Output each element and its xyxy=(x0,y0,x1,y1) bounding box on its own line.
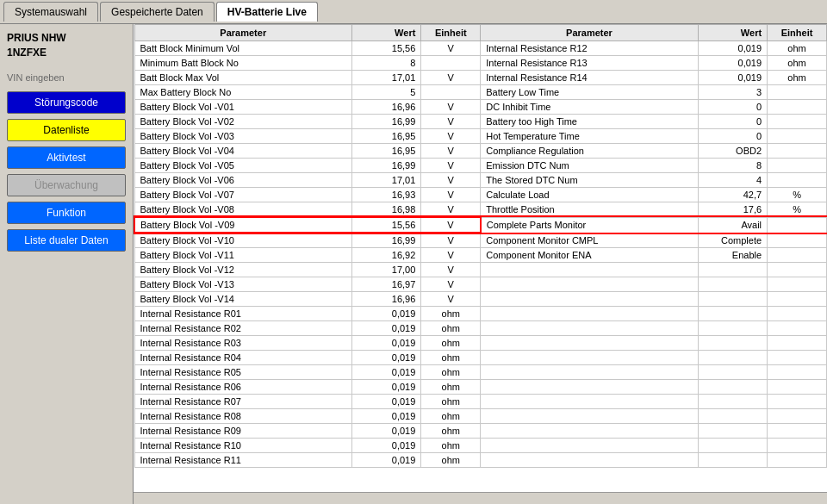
left-unit-cell: V xyxy=(421,233,481,248)
left-unit-cell: V xyxy=(421,188,481,202)
right-param-cell: Throttle Position xyxy=(481,202,699,218)
right-unit-cell xyxy=(768,409,827,424)
right-val-cell xyxy=(698,424,767,439)
left-param-cell: Battery Block Vol -V04 xyxy=(134,144,352,159)
table-row: Battery Block Vol -V1217,00V xyxy=(134,263,827,277)
right-param-cell xyxy=(481,409,699,424)
left-val-cell: 17,00 xyxy=(352,263,421,277)
left-unit-cell: V xyxy=(421,173,481,188)
left-val-cell: 0,019 xyxy=(352,409,421,424)
left-unit-cell: ohm xyxy=(421,439,481,453)
left-unit-cell: ohm xyxy=(421,380,481,395)
left-unit-cell: ohm xyxy=(421,395,481,409)
right-unit-header: Einheit xyxy=(768,25,827,41)
right-val-cell xyxy=(698,453,767,468)
right-param-cell xyxy=(481,263,699,277)
right-param-cell: Battery Low Time xyxy=(481,85,699,100)
scrollbar-area[interactable] xyxy=(134,492,827,504)
left-val-cell: 0,019 xyxy=(352,307,421,321)
ueberwachung-button[interactable]: Überwachung xyxy=(7,174,126,196)
table-row: Battery Block Vol -V1416,96V xyxy=(134,292,827,307)
right-unit-cell xyxy=(768,424,827,439)
car-title: PRIUS NHW1NZFXE xyxy=(7,31,126,60)
right-val-cell xyxy=(698,439,767,453)
right-param-cell xyxy=(481,395,699,409)
left-val-cell: 15,56 xyxy=(352,41,421,56)
right-param-cell: Complete Parts Monitor xyxy=(481,217,699,233)
tab-hv-batterie-live[interactable]: HV-Batterie Live xyxy=(216,2,318,22)
tab-gespeicherte-daten[interactable]: Gespeicherte Daten xyxy=(100,2,215,22)
sidebar: PRIUS NHW1NZFXE VIN eingeben Störungscod… xyxy=(0,24,134,504)
right-param-cell: Battery too High Time xyxy=(481,115,699,129)
table-row: Battery Block Vol -V1116,92VComponent Mo… xyxy=(134,248,827,263)
left-param-cell: Internal Resistance R09 xyxy=(134,424,352,439)
left-param-cell: Internal Resistance R07 xyxy=(134,395,352,409)
table-row: Internal Resistance R010,019ohm xyxy=(134,307,827,321)
table-row: Max Battery Block No5Battery Low Time3 xyxy=(134,85,827,100)
right-val-cell: 17,6 xyxy=(698,202,767,218)
right-unit-cell: ohm xyxy=(768,71,827,85)
left-val-cell: 8 xyxy=(352,56,421,71)
left-val-cell: 0,019 xyxy=(352,453,421,468)
left-param-cell: Internal Resistance R06 xyxy=(134,380,352,395)
tab-systemauswahl[interactable]: Systemauswahl xyxy=(3,2,98,22)
table-row: Internal Resistance R070,019ohm xyxy=(134,395,827,409)
right-param-cell xyxy=(481,439,699,453)
left-param-cell: Internal Resistance R01 xyxy=(134,307,352,321)
table-row: Internal Resistance R030,019ohm xyxy=(134,336,827,351)
right-unit-cell xyxy=(768,115,827,129)
datenliste-button[interactable]: Datenliste xyxy=(7,119,126,141)
right-param-cell xyxy=(481,424,699,439)
right-unit-cell xyxy=(768,144,827,159)
table-row: Battery Block Vol -V1316,97V xyxy=(134,277,827,292)
right-val-cell: 0 xyxy=(698,115,767,129)
left-val-cell: 17,01 xyxy=(352,71,421,85)
right-unit-cell: % xyxy=(768,202,827,218)
left-param-cell: Batt Block Max Vol xyxy=(134,71,352,85)
left-param-cell: Max Battery Block No xyxy=(134,85,352,100)
left-unit-cell: ohm xyxy=(421,365,481,380)
right-param-cell xyxy=(481,321,699,336)
liste-dualer-daten-button[interactable]: Liste dualer Daten xyxy=(7,229,126,252)
left-val-cell: 16,99 xyxy=(352,115,421,129)
right-val-cell xyxy=(698,263,767,277)
table-row: Battery Block Vol -V0516,99VEmission DTC… xyxy=(134,159,827,173)
content-area: Parameter Wert Einheit Parameter Wert Ei… xyxy=(134,24,827,504)
right-param-cell: Internal Resistance R13 xyxy=(481,56,699,71)
right-val-cell: Complete xyxy=(698,233,767,248)
right-val-cell: Avail xyxy=(698,217,767,233)
left-param-header: Parameter xyxy=(134,25,352,41)
right-val-cell xyxy=(698,380,767,395)
table-container[interactable]: Parameter Wert Einheit Parameter Wert Ei… xyxy=(134,24,827,492)
right-unit-cell xyxy=(768,439,827,453)
right-val-cell: 3 xyxy=(698,85,767,100)
left-param-cell: Battery Block Vol -V07 xyxy=(134,188,352,202)
right-param-cell xyxy=(481,292,699,307)
left-param-cell: Battery Block Vol -V05 xyxy=(134,159,352,173)
right-unit-cell xyxy=(768,217,827,233)
left-param-cell: Battery Block Vol -V13 xyxy=(134,277,352,292)
left-val-cell: 15,56 xyxy=(352,217,421,233)
right-unit-cell xyxy=(768,307,827,321)
right-val-cell xyxy=(698,292,767,307)
left-unit-cell: V xyxy=(421,159,481,173)
stoerungscode-button[interactable]: Störungscode xyxy=(7,91,126,114)
right-param-cell: DC Inhibit Time xyxy=(481,100,699,115)
right-unit-cell xyxy=(768,129,827,144)
left-unit-cell: V xyxy=(421,115,481,129)
left-unit-cell: V xyxy=(421,144,481,159)
left-param-cell: Battery Block Vol -V11 xyxy=(134,248,352,263)
right-val-cell xyxy=(698,351,767,365)
right-val-cell: 4 xyxy=(698,173,767,188)
funktion-button[interactable]: Funktion xyxy=(7,202,126,224)
left-param-cell: Battery Block Vol -V10 xyxy=(134,233,352,248)
title-bar: Systemauswahl Gespeicherte Daten HV-Batt… xyxy=(0,0,827,24)
table-row: Battery Block Vol -V0617,01VThe Stored D… xyxy=(134,173,827,188)
left-val-cell: 16,96 xyxy=(352,100,421,115)
left-val-cell: 0,019 xyxy=(352,365,421,380)
right-param-cell: Component Monitor CMPL xyxy=(481,233,699,248)
aktivtest-button[interactable]: Aktivtest xyxy=(7,146,126,169)
left-param-cell: Internal Resistance R10 xyxy=(134,439,352,453)
right-val-cell xyxy=(698,336,767,351)
right-val-cell: 0,019 xyxy=(698,41,767,56)
